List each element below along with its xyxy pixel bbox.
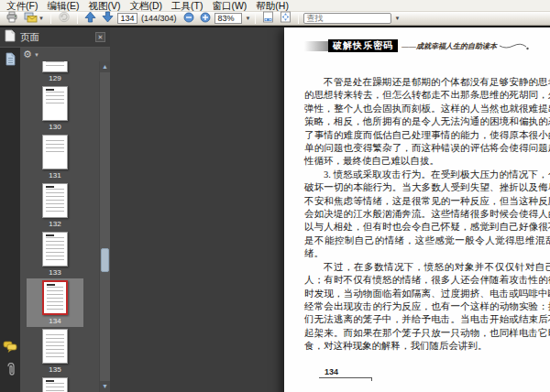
previous-view-icon [58,11,71,26]
page-thumbnail-selected[interactable]: 134 [27,278,83,327]
document-page: 破解快乐密码 ——成就幸福人生的自助读本 不管是处在躁期还是郁期的个体都没有足够… [284,27,550,392]
zoom-in-button[interactable] [198,12,213,25]
thumbnail-page-image [42,280,68,315]
scroll-up-arrow[interactable]: ▲ [100,61,110,72]
page-thumbnail[interactable]: 130 [27,84,83,133]
fit-width-button[interactable] [260,12,276,25]
menu-bar: 文件(F) 编辑(E) 视图(V) 文档(D) 工具(T) 窗口(W) 帮助(H… [0,0,550,12]
thumbnail-page-image [42,232,68,267]
printer-icon [6,11,18,26]
book-subtitle: ——成就幸福人生的自助读本 [402,41,497,51]
page-number-input[interactable] [117,13,138,24]
work-area: 页面 ✕ [0,27,550,392]
attachments-tab[interactable] [5,363,16,379]
menu-window[interactable]: 窗口(W) [207,0,251,11]
close-panel-button[interactable]: ✕ [95,32,105,42]
page-footer: 134 [319,367,372,378]
print-button[interactable] [4,12,20,25]
thumbnail-text-lines [46,140,64,154]
navigation-pane: 页面 ✕ [0,27,110,392]
fit-page-icon [280,11,292,26]
page-thumbnail[interactable]: 132 [27,181,83,230]
thumbnail-scroll-content: 129 130 [20,61,90,392]
toolbar-separator [77,13,78,24]
thumbnail-page-label: 132 [49,220,60,228]
thumbnail-page-image [42,329,68,364]
thumbnail-text-lines [46,189,64,213]
subtitle-flourish [499,38,530,54]
menu-tools[interactable]: 工具(T) [167,0,207,11]
page-body-text: 不管是处在躁期还是郁期的个体都没有足够安静的思考空间，这就使得他们的思想转来转去… [304,76,550,354]
email-button[interactable]: ▼ [22,12,46,25]
thumbnails-panel: ⚙ ▼ 129 [20,48,110,392]
zoom-out-icon [183,12,194,26]
thumbnail-page-label: 134 [49,317,60,325]
comments-icon [3,342,17,355]
search-dropdown-caret-icon[interactable]: ▼ [394,16,400,21]
scroll-down-arrow[interactable]: ▼ [100,381,110,392]
pages-panel-header: 页面 ✕ [0,27,110,48]
document-view[interactable]: 破解快乐密码 ——成就幸福人生的自助读本 不管是处在躁期还是郁期的个体都没有足够… [110,27,550,392]
arrow-up-icon [84,11,96,26]
email-dropdown-caret-icon: ▼ [38,16,44,21]
page-number: 134 [319,367,372,376]
options-caret-icon: ▼ [34,52,39,58]
thumbnail-options-row: ⚙ ▼ [20,48,110,61]
next-page-button[interactable] [100,12,116,25]
scrollbar-thumb[interactable] [101,248,109,272]
thumbnail-page-label: 131 [49,171,60,180]
pages-panel-body: ⚙ ▼ 129 [0,48,110,392]
thumbnail-text-lines [47,287,63,310]
pages-tab[interactable] [4,52,16,70]
arrow-down-icon [102,11,114,26]
panel-tab-strip [0,48,20,392]
pages-thumbnails-icon [4,56,16,70]
thumbnail-page-image [42,377,68,392]
thumbnail-page-image [42,86,68,121]
zoom-level-input[interactable] [214,13,242,24]
thumbnail-page-image [42,135,68,169]
page-thumbnail[interactable]: 135 [27,327,83,376]
paragraph: 不过，在多数情况下，愤怒的对象并不仅仅针对自己，也常常包括了其他人；有时不仅有愤… [304,261,550,354]
thumbnails-scroll-region: 129 130 [20,61,110,392]
search-input[interactable] [303,13,391,24]
toolbar-separator [50,13,51,24]
menu-file[interactable]: 文件(F) [2,0,42,11]
email-icon [24,12,38,26]
book-title-badge: 破解快乐密码 [328,39,398,52]
page-running-head: 破解快乐密码 ——成就幸福人生的自助读本 [304,39,550,52]
menu-document[interactable]: 文档(D) [125,0,167,11]
toolbar-separator [255,13,256,24]
thumbnail-page-label: 129 [49,74,60,82]
page-number-rule [319,377,372,378]
pages-panel-title: 页面 [20,31,39,44]
menu-edit[interactable]: 编辑(E) [42,0,83,11]
toolbar-separator [298,13,299,24]
previous-page-button[interactable] [82,12,98,25]
thumbnail-page-label: 133 [49,268,60,277]
page-count-label: (144/304) [141,14,177,23]
menu-view[interactable]: 视图(V) [83,0,125,11]
thumbnail-text-lines [46,237,64,262]
page-thumbnail[interactable]: 131 [27,133,83,181]
fit-page-button[interactable] [278,12,293,25]
thumbnail-page-image [42,61,68,72]
page-thumbnail[interactable] [27,376,83,392]
page-thumbnail[interactable]: 129 [27,61,83,84]
thumbnail-page-image [42,183,68,218]
menu-help[interactable]: 帮助(H) [251,0,293,11]
page-thumbnail[interactable]: 133 [27,230,83,278]
toolbar: ▼ [0,12,550,26]
thumbnail-text-lines [46,383,64,392]
paperclip-icon [5,365,16,379]
zoom-dropdown-caret-icon[interactable]: ▼ [245,16,250,21]
scrollbar-track[interactable] [100,72,110,381]
pdf-reader-window: 文件(F) 编辑(E) 视图(V) 文档(D) 工具(T) 窗口(W) 帮助(H… [0,0,550,392]
thumbnail-page-label: 135 [49,365,60,374]
zoom-out-button[interactable] [182,12,196,25]
zoom-in-icon [200,12,211,26]
running-head-gradient [304,41,328,51]
options-gear-icon[interactable]: ⚙ [23,49,32,60]
previous-view-button[interactable] [56,12,72,25]
comments-tab[interactable] [3,341,17,355]
